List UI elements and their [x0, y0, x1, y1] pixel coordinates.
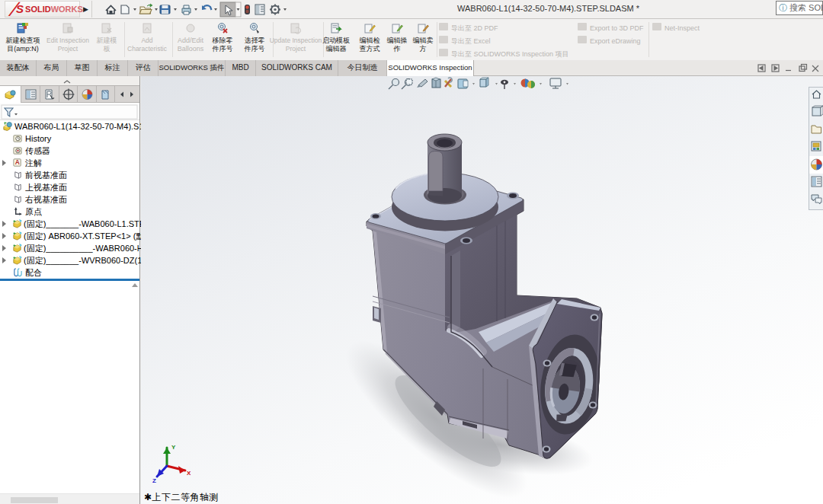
svg-text:Z: Z: [152, 477, 156, 484]
svg-text:X: X: [187, 470, 191, 477]
svg-text:Y: Y: [171, 444, 176, 451]
svg-text:A: A: [15, 158, 20, 166]
